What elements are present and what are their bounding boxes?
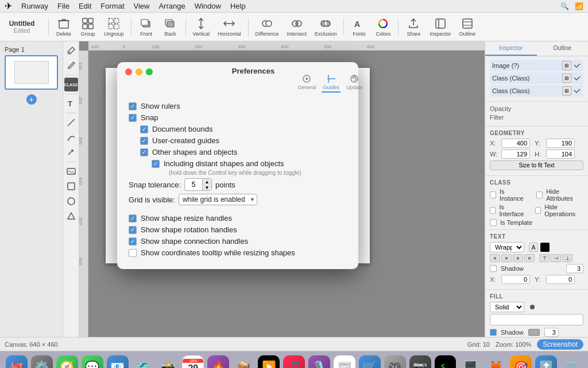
- pen-tool[interactable]: [64, 44, 78, 57]
- dock-terminal[interactable]: $_: [435, 355, 457, 369]
- align-center-btn[interactable]: ≡: [501, 254, 512, 262]
- snap-checkbox[interactable]: ✓: [129, 114, 137, 122]
- class-item-2-icon-l[interactable]: ⊞: [562, 74, 571, 83]
- y-input[interactable]: [546, 139, 575, 148]
- menu-arrange[interactable]: Arrange: [158, 2, 185, 10]
- fill-color-swatch[interactable]: [490, 314, 583, 325]
- dock-tv[interactable]: ▶️: [258, 355, 280, 369]
- image-tool[interactable]: [64, 164, 78, 178]
- dock-files[interactable]: 📦: [233, 355, 254, 369]
- menu-file[interactable]: File: [57, 2, 69, 10]
- align-right-btn[interactable]: ≡: [513, 254, 523, 262]
- show-resize-checkbox[interactable]: ✓: [129, 214, 137, 223]
- class-item-3[interactable]: Class (Class) ⊞: [490, 85, 583, 97]
- valign-top-btn[interactable]: ⊤: [539, 254, 550, 262]
- including-distant-checkbox[interactable]: ✓: [152, 160, 160, 168]
- tab-guides[interactable]: Guides: [322, 72, 341, 93]
- dock-news[interactable]: 📰: [334, 355, 355, 369]
- dock-launchpad[interactable]: ⚙️: [31, 355, 53, 369]
- colors-btn[interactable]: Colors: [373, 16, 393, 38]
- minimize-button[interactable]: [136, 68, 142, 75]
- share-btn[interactable]: Share: [403, 16, 424, 38]
- intersect-btn[interactable]: Intersect: [284, 16, 309, 38]
- add-page-btn[interactable]: +: [26, 94, 37, 105]
- search-icon[interactable]: 🔍: [560, 2, 569, 10]
- align-justify-btn[interactable]: ≡: [524, 254, 535, 262]
- line-tool[interactable]: [64, 116, 78, 129]
- page-1-thumbnail[interactable]: ...: [5, 55, 58, 90]
- is-instance-checkbox[interactable]: [490, 191, 496, 198]
- tab-outline[interactable]: Outline: [537, 41, 589, 56]
- inspector-btn[interactable]: Inspector: [427, 16, 453, 38]
- menu-help[interactable]: Help: [230, 2, 246, 10]
- dock-safari[interactable]: 🧭: [56, 355, 78, 369]
- menu-format[interactable]: Format: [100, 2, 124, 10]
- vertical-btn[interactable]: Vertical: [191, 16, 212, 38]
- dock-mail[interactable]: 📧: [107, 355, 129, 369]
- text-color-swatch[interactable]: [540, 243, 550, 252]
- canvas-area[interactable]: -100 0 100 200 300 400 500 600 100 200 3…: [79, 41, 485, 337]
- dock-arcade[interactable]: 🎯: [510, 355, 532, 369]
- dock-calendar[interactable]: JAN 29: [182, 355, 204, 369]
- fonts-btn[interactable]: A Fonts: [349, 16, 369, 38]
- rect-tool[interactable]: [64, 179, 78, 193]
- arrow-tool[interactable]: [64, 145, 78, 159]
- curve-tool[interactable]: [64, 131, 78, 144]
- menu-window[interactable]: Window: [195, 2, 221, 10]
- dock-screenshot[interactable]: 📷: [409, 355, 431, 369]
- is-interface-checkbox[interactable]: [490, 207, 496, 214]
- outline-btn[interactable]: Outline: [457, 16, 478, 38]
- canvas-page[interactable]: Preferences General Guides: [106, 68, 370, 263]
- horizontal-btn[interactable]: Horizontal: [215, 16, 243, 38]
- dock-imagepreview[interactable]: 🖥️: [459, 355, 481, 369]
- pencil-tool[interactable]: [64, 59, 78, 72]
- dock-maps[interactable]: 🗺️: [132, 355, 154, 369]
- valign-bot-btn[interactable]: ⊥: [562, 254, 572, 262]
- circle-tool[interactable]: [64, 194, 78, 208]
- group-btn[interactable]: Group: [78, 16, 98, 38]
- dock-appstore[interactable]: 🛒: [359, 355, 381, 369]
- x-input[interactable]: [501, 139, 530, 148]
- menu-edit[interactable]: Edit: [79, 2, 91, 10]
- class-item-1[interactable]: Image (?) ⊞: [490, 60, 583, 71]
- dock-settings[interactable]: 🎮: [384, 355, 406, 369]
- menu-runway[interactable]: Runway: [21, 2, 48, 10]
- front-btn[interactable]: Front: [136, 16, 157, 38]
- snap-tolerance-stepper[interactable]: ▲ ▼: [184, 178, 212, 191]
- fill-shadow-swatch[interactable]: [528, 329, 540, 336]
- dock-downloads[interactable]: ⬆️: [535, 355, 557, 369]
- document-bounds-checkbox[interactable]: ✓: [140, 125, 148, 133]
- grid-visible-select[interactable]: while grid is enabled: [179, 194, 257, 205]
- class-item-1-icon-l[interactable]: ⊞: [562, 61, 571, 70]
- other-shapes-checkbox[interactable]: ✓: [140, 148, 148, 156]
- tab-update[interactable]: Update: [345, 72, 358, 93]
- class-item-2[interactable]: Class (Class) ⊞: [490, 72, 583, 84]
- tab-general[interactable]: General: [296, 72, 317, 93]
- hide-attrs-checkbox[interactable]: [536, 191, 543, 198]
- triangle-tool[interactable]: [64, 209, 78, 223]
- ungroup-btn[interactable]: Ungroup: [102, 16, 126, 38]
- back-btn[interactable]: Back: [160, 16, 181, 38]
- class-tool[interactable]: CLASS: [64, 78, 78, 91]
- difference-btn[interactable]: Difference: [253, 16, 281, 38]
- dock-trash[interactable]: 🗑️: [560, 355, 582, 369]
- dock-firefox[interactable]: 🦊: [485, 355, 506, 369]
- w-input[interactable]: [501, 150, 530, 159]
- exclusion-btn[interactable]: Exclusion: [312, 16, 339, 38]
- text-shadow-checkbox[interactable]: [490, 265, 497, 272]
- snap-tolerance-input[interactable]: [185, 181, 202, 189]
- align-left-btn[interactable]: ≡: [490, 254, 500, 262]
- tab-inspector[interactable]: Inspector: [485, 41, 537, 56]
- hide-ops-checkbox[interactable]: [535, 207, 541, 214]
- show-rulers-checkbox[interactable]: ✓: [129, 102, 137, 110]
- text-shadow-input[interactable]: [566, 264, 583, 273]
- valign-mid-btn[interactable]: ⊣: [551, 254, 561, 262]
- menu-view[interactable]: View: [134, 2, 150, 10]
- text-tool[interactable]: T: [64, 97, 78, 110]
- dock-finder[interactable]: 🐙: [6, 355, 28, 369]
- class-item-3-icon-l[interactable]: ⊞: [562, 86, 571, 95]
- screenshot-badge[interactable]: Screenshot: [537, 339, 583, 350]
- dock-photos[interactable]: 📸: [157, 355, 179, 369]
- canvas-bg[interactable]: Preferences General Guides: [88, 51, 485, 337]
- h-input[interactable]: [546, 150, 575, 159]
